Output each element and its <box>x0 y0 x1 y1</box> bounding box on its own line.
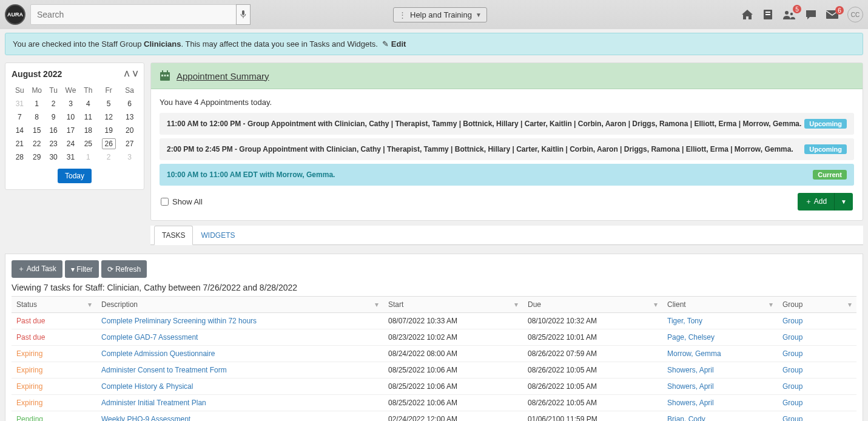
calendar-day[interactable]: 22 <box>28 137 46 150</box>
task-link[interactable]: Brian, Cody <box>667 415 705 421</box>
task-link[interactable]: Morrow, Gemma <box>667 349 721 358</box>
calendar-day[interactable]: 21 <box>12 137 28 150</box>
table-row: ExpiringAdminister Consent to Treatment … <box>12 362 856 379</box>
tab-widgets[interactable]: WIDGETS <box>193 226 243 244</box>
calendar-day[interactable]: 28 <box>12 150 28 164</box>
svg-point-4 <box>785 11 789 15</box>
table-row: ExpiringComplete Admission Questionnaire… <box>12 346 856 362</box>
calendar-day[interactable]: 7 <box>12 110 28 124</box>
calendar-day[interactable]: 31 <box>61 150 80 164</box>
calendar-day[interactable]: 8 <box>28 110 46 124</box>
calendar-day[interactable]: 17 <box>61 124 80 137</box>
task-link[interactable]: Group <box>782 349 802 358</box>
calendar-day[interactable]: 29 <box>28 150 46 164</box>
calendar-prev[interactable]: ᐱ <box>124 70 129 78</box>
task-link[interactable]: Complete Preliminary Screening within 72… <box>101 317 257 325</box>
calendar-day[interactable]: 4 <box>81 97 96 110</box>
calendar-day[interactable]: 11 <box>81 110 96 124</box>
calendar-day[interactable]: 6 <box>121 97 138 110</box>
task-link[interactable]: Administer Consent to Treatment Form <box>101 366 227 374</box>
appointment-row[interactable]: 10:00 AM to 11:00 AM EDT with Morrow, Ge… <box>160 164 854 186</box>
calendar-day[interactable]: 3 <box>61 97 80 110</box>
appointment-row[interactable]: 2:00 PM to 2:45 PM - Group Appointment w… <box>160 138 854 160</box>
calendar-day[interactable]: 12 <box>96 110 121 124</box>
table-row: Past dueComplete GAD-7 Assessment08/23/2… <box>12 329 856 346</box>
envelope-icon[interactable]: 6 <box>826 10 839 19</box>
calendar-day[interactable]: 9 <box>46 110 61 124</box>
home-icon[interactable] <box>741 8 754 21</box>
filter-icon[interactable]: ▾ <box>375 300 378 309</box>
task-table: Status▾ Description▾ Start▾ Due▾ Client▾… <box>12 296 856 421</box>
task-link[interactable]: Group <box>782 382 802 391</box>
calendar-day[interactable]: 27 <box>121 137 138 150</box>
calendar-next[interactable]: ᐯ <box>133 70 138 78</box>
refresh-button[interactable]: ⟳ Refresh <box>101 260 147 278</box>
task-link[interactable]: Showers, April <box>667 366 714 374</box>
task-link[interactable]: Group <box>782 333 802 342</box>
tab-tasks[interactable]: TASKS <box>154 226 193 245</box>
appointment-row[interactable]: 11:00 AM to 12:00 PM - Group Appointment… <box>160 113 854 135</box>
svg-rect-8 <box>161 75 163 76</box>
filter-button[interactable]: ▾ Filter <box>65 260 99 278</box>
edit-link[interactable]: ✎ Edit <box>382 39 406 49</box>
people-icon[interactable]: 5 <box>782 8 796 21</box>
task-link[interactable]: Tiger, Tony <box>667 317 702 325</box>
calendar-day[interactable]: 2 <box>96 150 121 164</box>
mic-button[interactable] <box>236 4 251 25</box>
task-link[interactable]: Administer Initial Treatment Plan <box>101 399 206 407</box>
filter-icon[interactable]: ▾ <box>654 300 658 309</box>
calendar-day[interactable]: 5 <box>96 97 121 110</box>
task-link[interactable]: Showers, April <box>667 382 714 391</box>
calendar-day[interactable]: 18 <box>81 124 96 137</box>
calendar-day[interactable]: 25 <box>81 137 96 150</box>
task-link[interactable]: Page, Chelsey <box>667 333 715 342</box>
calendar-day[interactable]: 19 <box>96 124 121 137</box>
calendar-day[interactable]: 31 <box>12 97 28 110</box>
task-link[interactable]: Group <box>782 317 802 325</box>
calendar-icon <box>160 70 170 81</box>
svg-rect-12 <box>167 70 168 73</box>
chat-icon[interactable] <box>805 8 817 21</box>
calendar-day[interactable]: 15 <box>28 124 46 137</box>
calendar-day[interactable]: 24 <box>61 137 80 150</box>
calendar-day[interactable]: 1 <box>81 150 96 164</box>
task-link[interactable]: Group <box>782 366 802 374</box>
task-viewing-text: Viewing 7 tasks for Staff: Clinician, Ca… <box>12 283 856 292</box>
filter-icon[interactable]: ▾ <box>769 300 773 309</box>
today-button[interactable]: Today <box>58 169 92 183</box>
task-link[interactable]: Group <box>782 399 802 407</box>
add-task-button[interactable]: ＋ Add Task <box>12 260 62 278</box>
task-link[interactable]: Weekly PHQ-9 Assessment <box>101 415 190 421</box>
task-link[interactable]: Complete GAD-7 Assessment <box>101 333 198 342</box>
filter-icon[interactable]: ▾ <box>514 300 518 309</box>
show-all-checkbox[interactable]: Show All <box>161 197 203 206</box>
calendar-day[interactable]: 3 <box>121 150 138 164</box>
task-link[interactable]: Showers, April <box>667 399 714 407</box>
add-button-caret[interactable]: ▼ <box>834 193 853 210</box>
calendar-day[interactable]: 1 <box>28 97 46 110</box>
filter-icon[interactable]: ▾ <box>88 300 92 309</box>
calendar-day[interactable]: 20 <box>121 124 138 137</box>
search-input[interactable] <box>30 4 237 25</box>
calendar-day[interactable]: 26 <box>96 137 121 150</box>
calendar-day[interactable]: 16 <box>46 124 61 137</box>
table-row: PendingWeekly PHQ-9 Assessment02/24/2022… <box>12 411 856 422</box>
contact-icon[interactable] <box>762 8 773 21</box>
calendar-day[interactable]: 23 <box>46 137 61 150</box>
task-link[interactable]: Group <box>782 415 802 421</box>
calendar-day[interactable]: 30 <box>46 150 61 164</box>
svg-rect-2 <box>765 12 770 13</box>
appointment-summary-panel: Appointment Summary You have 4 Appointme… <box>150 62 863 221</box>
add-button[interactable]: ＋ Add <box>798 193 834 210</box>
filter-icon[interactable]: ▾ <box>848 300 852 309</box>
calendar-day[interactable]: 10 <box>61 110 80 124</box>
svg-rect-0 <box>242 10 244 15</box>
task-link[interactable]: Complete Admission Questionnaire <box>101 349 215 358</box>
calendar-day[interactable]: 14 <box>12 124 28 137</box>
status-badge: Upcoming <box>804 119 847 129</box>
avatar[interactable]: CC <box>847 7 863 22</box>
calendar-day[interactable]: 2 <box>46 97 61 110</box>
task-link[interactable]: Complete History & Physical <box>101 382 193 391</box>
help-dropdown[interactable]: ⋮ Help and Training ▼ <box>393 7 487 22</box>
calendar-day[interactable]: 13 <box>121 110 138 124</box>
